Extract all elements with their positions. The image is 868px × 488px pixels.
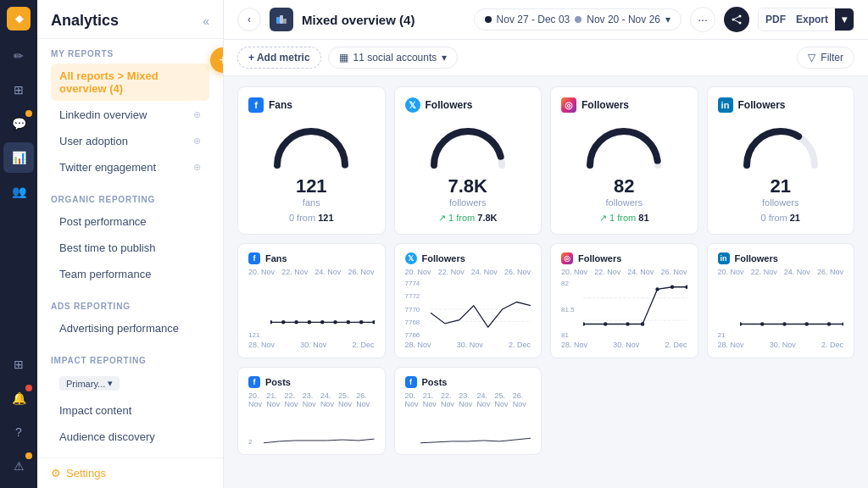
grid-icon[interactable]: ⊞ — [3, 349, 34, 380]
metric-unit: fans — [303, 197, 320, 208]
card-ig-followers: ◎ Followers 82 followers ↗ 1 from 81 — [550, 86, 698, 235]
chart-card-fb-fans: f Fans 20. Nov22. Nov24. Nov26. Nov 121 — [237, 243, 386, 358]
pin-icon: ⊕ — [193, 136, 201, 147]
chart-header: 𝕏 Followers — [405, 252, 531, 264]
sidebar-item-post-performance[interactable]: Post performance — [51, 209, 209, 234]
settings-item[interactable]: ⚙ Settings — [37, 458, 223, 488]
chart-card-fb-posts-1: f Posts 20. Nov21. Nov22. Nov23. Nov24. … — [237, 367, 386, 455]
sidebar-item-team-performance[interactable]: Team performance — [51, 262, 209, 286]
export-arrow-icon[interactable]: ▾ — [835, 8, 854, 30]
share-button[interactable] — [724, 7, 749, 32]
warning-badge — [25, 452, 32, 459]
settings-label: Settings — [66, 467, 106, 480]
chart-body: 2 — [248, 412, 375, 446]
svg-point-13 — [320, 320, 325, 324]
sidebar-item-mixed-overview[interactable]: All reports > Mixed overview (4) — [51, 64, 209, 101]
bell-icon[interactable]: 🔔 — [3, 383, 34, 413]
svg-point-17 — [372, 320, 374, 324]
chart-header: in Followers — [718, 252, 844, 264]
advertising-label: Advertising performance — [59, 322, 179, 335]
metric-value: 82 — [614, 177, 634, 196]
user-adoption-label: User adoption — [59, 135, 128, 147]
chevron-down-icon: ▾ — [442, 52, 447, 64]
svg-point-23 — [604, 322, 607, 325]
chart-dates-bottom: 28. Nov30. Nov2. Dec — [718, 341, 844, 349]
impact-content-label: Impact content — [59, 404, 131, 417]
sidebar-item-user-adoption[interactable]: User adoption ⊕ — [51, 129, 209, 153]
sidebar-item-best-time[interactable]: Best time to publish — [51, 236, 209, 260]
sidebar-item-audience-discovery[interactable]: Audience discovery — [51, 424, 209, 449]
date-range-selector[interactable]: Nov 27 - Dec 03 Nov 20 - Nov 26 ▾ — [474, 8, 682, 30]
impact-badge[interactable]: Primary... ▾ — [59, 376, 120, 391]
accounts-button[interactable]: ▦ 11 social accounts ▾ — [328, 47, 459, 69]
svg-point-15 — [347, 320, 351, 324]
chart-dates-bottom: 28. Nov30. Nov2. Dec — [405, 341, 531, 349]
empty-cell-4 — [707, 367, 855, 455]
warning-icon[interactable]: ⚠ — [3, 451, 34, 481]
card-title: Followers — [581, 99, 629, 111]
sidebar-item-twitter-engagement[interactable]: Twitter engagement ⊕ — [51, 155, 209, 180]
svg-point-22 — [583, 322, 585, 325]
pdf-label: PDF — [759, 8, 789, 30]
chart-card-ig-followers: ◎ Followers 20. Nov22. Nov24. Nov26. Nov… — [550, 243, 698, 358]
svg-point-24 — [626, 322, 629, 325]
twitter-icon: 𝕏 — [405, 252, 417, 264]
report-icon — [270, 8, 293, 31]
twitter-engagement-label: Twitter engagement — [59, 161, 156, 174]
chart-card-li-followers: in Followers 20. Nov22. Nov24. Nov26. No… — [707, 243, 855, 358]
chart-dates-top: 20. Nov22. Nov24. Nov26. Nov — [561, 268, 687, 276]
sidebar-header: Analytics « — [37, 0, 223, 39]
card-fb-fans: f Fans 121 fans 0 from 121 — [237, 86, 386, 235]
date-dot-2 — [575, 16, 581, 23]
sidebar: Analytics « + MY REPORTS All reports > M… — [37, 0, 224, 488]
card-title: Followers — [738, 99, 786, 111]
analytics-icon[interactable]: 📊 — [3, 142, 34, 173]
ads-label: ADS REPORTING — [51, 302, 209, 311]
more-options-button[interactable]: ··· — [690, 7, 715, 32]
line-chart-svg — [431, 280, 531, 339]
back-button[interactable]: ‹ — [237, 8, 261, 31]
publish-icon[interactable]: ⊞ — [3, 75, 34, 105]
svg-point-32 — [782, 322, 786, 325]
sidebar-item-linkedin-overview[interactable]: Linkedin overview ⊕ — [51, 103, 209, 127]
app-logo[interactable]: ◆ — [7, 7, 31, 30]
metric-change: ↗ 1 from 7.8K — [438, 213, 498, 224]
topbar: ‹ Mixed overview (4) Nov 27 - Dec 03 Nov… — [224, 0, 868, 40]
bar-chart-svg — [420, 412, 531, 446]
sidebar-item-advertising[interactable]: Advertising performance — [51, 316, 209, 341]
sidebar-collapse-btn[interactable]: « — [203, 14, 209, 28]
accounts-label: 11 social accounts — [353, 52, 437, 64]
y-axis: 7774 7772 7770 7768 7766 — [405, 280, 427, 339]
gear-icon: ⚙ — [51, 467, 61, 480]
help-icon[interactable]: ? — [3, 417, 34, 447]
users-icon[interactable]: 👥 — [3, 176, 34, 207]
card-header: ◎ Followers — [561, 97, 687, 113]
export-button[interactable]: PDF Export ▾ — [758, 8, 854, 31]
dashboard-grid: f Fans 121 fans 0 from 121 𝕏 Followers — [224, 76, 868, 488]
svg-line-7 — [733, 19, 740, 23]
metric-value: 121 — [296, 177, 327, 196]
sidebar-item-impact-content[interactable]: Impact content — [51, 398, 209, 423]
audience-discovery-label: Audience discovery — [59, 430, 155, 443]
my-reports-label: MY REPORTS — [51, 49, 209, 58]
compose-icon[interactable]: ✏ — [3, 41, 34, 71]
y-axis: 2 — [248, 412, 260, 446]
twitter-icon: 𝕏 — [405, 97, 420, 113]
left-navigation: ◆ ✏ ⊞ 💬 📊 👥 ⊞ 🔔 ? ⚠ — [0, 0, 37, 488]
gauge-chart — [426, 123, 510, 174]
export-text: Export — [789, 8, 835, 30]
engage-icon[interactable]: 💬 — [3, 108, 34, 139]
metric-change: ↗ 1 from 81 — [599, 213, 649, 224]
card-header: 𝕏 Followers — [405, 97, 531, 113]
svg-point-35 — [842, 322, 843, 325]
svg-point-9 — [270, 320, 272, 324]
filter-button[interactable]: ▽ Filter — [797, 47, 854, 69]
add-metric-button[interactable]: + Add metric — [237, 47, 321, 69]
my-reports-section: MY REPORTS All reports > Mixed overview … — [37, 39, 223, 185]
svg-point-30 — [740, 322, 742, 325]
facebook-icon: f — [405, 376, 417, 388]
facebook-icon: f — [248, 252, 260, 264]
svg-point-10 — [281, 320, 286, 324]
y-axis: 121 — [248, 280, 267, 339]
date-range-2: Nov 20 - Nov 26 — [587, 14, 660, 25]
